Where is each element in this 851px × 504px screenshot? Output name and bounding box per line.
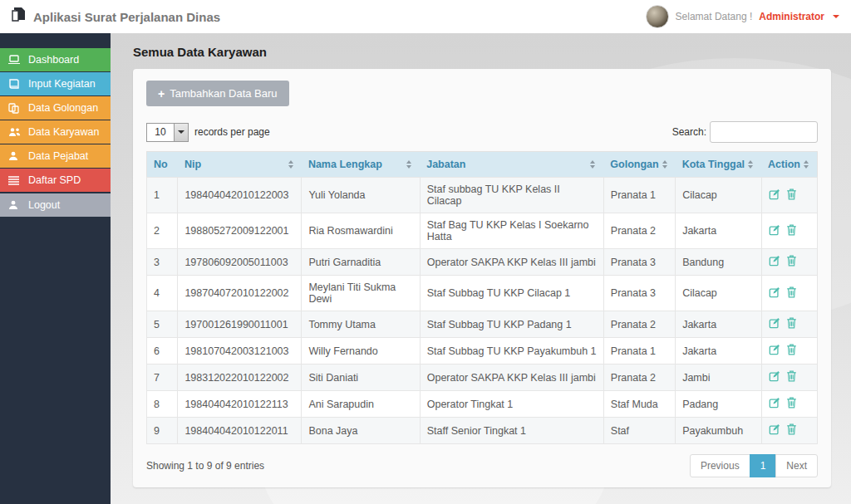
sidebar-item-data-golongan[interactable]: Data Golongan xyxy=(0,96,111,120)
cell-jabatan: Staff Senior Tingkat 1 xyxy=(420,418,603,444)
delete-icon[interactable] xyxy=(786,286,797,301)
column-header-nama-lengkap[interactable]: Nama Lengkap xyxy=(302,152,420,178)
top-navbar: Aplikasi Surat Perjalanan Dinas Selamat … xyxy=(0,0,851,33)
cell-nip: 198805272009122001 xyxy=(178,213,302,249)
delete-icon[interactable] xyxy=(786,370,797,384)
cell-nama-lengkap: Yuli Yolanda xyxy=(302,178,420,213)
sidebar-item-dashboard[interactable]: Dashboard xyxy=(0,48,111,71)
user-avatar[interactable] xyxy=(646,5,669,28)
cell-nip: 198704072010122002 xyxy=(178,276,302,311)
cell-kota-tinggal: Jakarta xyxy=(676,338,761,365)
users-icon xyxy=(8,127,28,137)
cell-nama-lengkap: Siti Daniati xyxy=(302,365,420,391)
cell-kota-tinggal: Jakarta xyxy=(676,311,761,338)
page-1-button[interactable]: 1 xyxy=(750,454,777,477)
user-icon xyxy=(8,200,28,210)
plus-icon: + xyxy=(158,88,165,100)
page-title: Semua Data Karyawan xyxy=(133,45,831,59)
sidebar-item-daftar-spd[interactable]: Daftar SPD xyxy=(0,169,111,192)
column-header-golongan[interactable]: Golongan xyxy=(603,152,675,178)
delete-icon[interactable] xyxy=(786,317,797,331)
main-content: Semua Data Karyawan + Tambahkan Data Bar… xyxy=(111,33,851,504)
sidebar-item-input-kegiatan[interactable]: Input Kegiatan xyxy=(0,72,111,95)
cell-action xyxy=(761,178,817,213)
delete-icon[interactable] xyxy=(786,224,797,238)
cell-nama-lengkap: Tommy Utama xyxy=(302,311,420,338)
column-header-no[interactable]: No xyxy=(147,152,178,178)
cell-nip: 198312022010122002 xyxy=(178,365,302,391)
list-icon xyxy=(8,176,28,185)
edit-icon[interactable] xyxy=(769,317,780,331)
cell-nama-lengkap: Meylani Titi Sukma Dewi xyxy=(302,276,420,311)
pagination: Previous 1 Next xyxy=(690,454,818,477)
column-header-action[interactable]: Action xyxy=(761,152,817,178)
edit-icon[interactable] xyxy=(769,188,780,203)
showing-entries-text: Showing 1 to 9 of 9 entries xyxy=(146,460,264,472)
search-input[interactable] xyxy=(710,121,818,143)
add-data-button[interactable]: + Tambahkan Data Baru xyxy=(146,81,289,106)
column-header-kota-tinggal[interactable]: Kota Tinggal xyxy=(676,152,761,178)
column-header-nip[interactable]: Nip xyxy=(178,152,302,178)
cell-kota-tinggal: Payakumbuh xyxy=(676,418,761,444)
sort-icon[interactable] xyxy=(590,160,595,169)
edit-icon[interactable] xyxy=(769,224,780,238)
table-row: 7198312022010122002Siti DaniatiOperator … xyxy=(147,365,818,391)
sort-icon[interactable] xyxy=(662,160,667,169)
sidebar-item-data-karyawan[interactable]: Data Karyawan xyxy=(0,120,111,144)
cell-no: 2 xyxy=(147,213,178,249)
sidebar-item-logout[interactable]: Logout xyxy=(0,193,111,217)
laptop-icon xyxy=(8,55,28,65)
welcome-text: Selamat Datang ! xyxy=(676,11,753,22)
cell-nama-lengkap: Putri Garnaditia xyxy=(302,249,420,276)
cell-golongan: Pranata 2 xyxy=(603,311,675,338)
add-data-button-label: Tambahkan Data Baru xyxy=(170,87,277,100)
edit-icon[interactable] xyxy=(769,286,780,301)
delete-icon[interactable] xyxy=(786,255,797,269)
delete-icon[interactable] xyxy=(786,397,797,411)
cell-golongan: Pranata 2 xyxy=(603,213,675,249)
username-label[interactable]: Administrator xyxy=(759,11,824,22)
cell-golongan: Pranata 3 xyxy=(603,276,675,311)
edit-icon[interactable] xyxy=(769,344,780,358)
sort-icon[interactable] xyxy=(804,160,809,169)
edit-icon[interactable] xyxy=(769,397,780,411)
cell-kota-tinggal: Cilacap xyxy=(676,276,761,311)
cell-no: 9 xyxy=(147,418,178,444)
cell-golongan: Staf Muda xyxy=(603,391,675,418)
user-icon xyxy=(8,151,28,161)
cell-action xyxy=(761,311,817,338)
cell-action xyxy=(761,418,817,444)
next-page-button[interactable]: Next xyxy=(775,454,818,477)
user-menu[interactable]: Selamat Datang ! Administrator xyxy=(646,5,839,28)
cell-action xyxy=(761,276,817,311)
sort-icon[interactable] xyxy=(748,160,753,169)
cell-no: 1 xyxy=(147,178,178,213)
select-dropdown-icon[interactable] xyxy=(174,124,188,141)
cell-jabatan: Staf Subbag TU KKP Cilacap 1 xyxy=(420,276,603,311)
previous-page-button[interactable]: Previous xyxy=(690,454,750,477)
records-per-page-select[interactable]: 10 xyxy=(146,123,189,142)
delete-icon[interactable] xyxy=(786,423,797,438)
table-row: 5197001261990011001Tommy UtamaStaf Subba… xyxy=(147,311,818,338)
cell-no: 4 xyxy=(147,276,178,311)
cell-kota-tinggal: Cilacap xyxy=(676,178,761,213)
sort-icon[interactable] xyxy=(406,160,411,169)
cell-kota-tinggal: Jakarta xyxy=(676,213,761,249)
app-logo-icon xyxy=(12,7,26,26)
delete-icon[interactable] xyxy=(786,188,797,203)
chevron-down-icon[interactable] xyxy=(833,15,839,18)
cell-no: 6 xyxy=(147,338,178,365)
cell-nip: 197806092005011003 xyxy=(178,249,302,276)
sort-icon[interactable] xyxy=(288,160,293,169)
cell-kota-tinggal: Jambi xyxy=(676,365,761,391)
sidebar-item-data-pejabat[interactable]: Data Pejabat xyxy=(0,144,111,168)
cell-no: 5 xyxy=(147,311,178,338)
cell-golongan: Staf xyxy=(603,418,675,444)
sidebar-item-label: Data Golongan xyxy=(28,102,98,114)
delete-icon[interactable] xyxy=(786,344,797,358)
cell-golongan: Pranata 1 xyxy=(603,178,675,213)
edit-icon[interactable] xyxy=(769,423,780,438)
column-header-jabatan[interactable]: Jabatan xyxy=(420,152,603,178)
edit-icon[interactable] xyxy=(769,255,780,269)
edit-icon[interactable] xyxy=(769,370,780,384)
